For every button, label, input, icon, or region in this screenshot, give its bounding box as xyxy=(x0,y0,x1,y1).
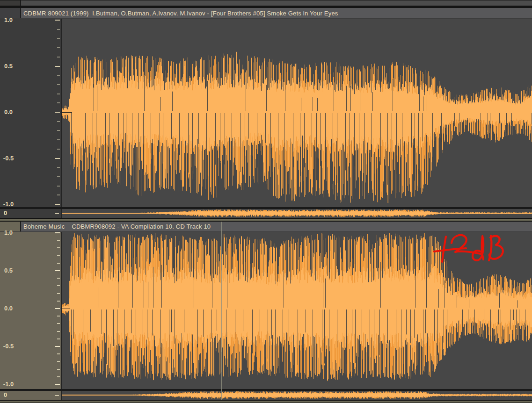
annotation-letter-d-stroke xyxy=(473,236,483,260)
annotation-plus-2db xyxy=(430,228,518,267)
ruler-minor-tick xyxy=(57,316,60,317)
track2-amplitude-ruler[interactable]: 1.00.50.0-0.5-1.0 xyxy=(0,232,62,389)
audio-editor-window: CDBMR 809021 (1999) I.Butman, O.Butman, … xyxy=(0,0,532,403)
ruler-minor-tick xyxy=(57,94,60,94)
ruler-label: 0.5 xyxy=(0,63,17,70)
ruler-minor-tick xyxy=(57,149,60,150)
ruler-minor-tick xyxy=(57,361,60,362)
ruler-label: 0.0 xyxy=(0,305,17,312)
ruler-label: 0.0 xyxy=(0,108,17,116)
track1-title: CDBMR 809021 (1999) I.Butman, O.Butman, … xyxy=(23,8,338,18)
track2-overview-row: 0 xyxy=(0,391,532,400)
ruler-major-tick xyxy=(55,232,60,233)
ruler-minor-tick xyxy=(57,369,60,370)
ruler-minor-tick xyxy=(57,84,60,85)
ruler-minor-tick xyxy=(57,130,60,131)
track2-title: Boheme Music – CDBMR908092 - VA Compilat… xyxy=(23,222,211,231)
playback-cursor[interactable] xyxy=(221,222,222,400)
ruler-minor-tick xyxy=(57,285,60,286)
ruler-minor-tick xyxy=(57,139,60,140)
ruler-minor-tick xyxy=(57,255,60,256)
ruler-minor-tick xyxy=(57,47,60,48)
ruler-label: -0.5 xyxy=(0,343,17,350)
ruler-major-tick xyxy=(55,204,60,205)
ruler-minor-tick xyxy=(57,323,60,324)
ruler-minor-tick xyxy=(57,376,60,377)
track1-overview-row: 0 xyxy=(0,209,532,218)
ruler-major-tick xyxy=(55,66,60,67)
ruler-major-tick xyxy=(55,308,60,309)
ruler-minor-tick xyxy=(57,240,60,241)
ruler-major-tick xyxy=(55,158,60,159)
track2-overview-ruler: 0 xyxy=(0,391,62,400)
ruler-major-tick xyxy=(55,270,60,271)
ruler-minor-tick xyxy=(57,263,60,264)
ruler-major-tick xyxy=(55,112,60,113)
ruler-major-tick xyxy=(55,346,60,347)
ruler-label: 1.0 xyxy=(0,229,17,237)
ruler-label: 1.0 xyxy=(0,16,17,24)
ruler-minor-tick xyxy=(57,29,60,30)
track1-main-area: 1.00.50.0-0.5-1.0 xyxy=(0,19,532,207)
ruler-minor-tick xyxy=(57,278,60,279)
ruler-label: 0.5 xyxy=(0,267,17,274)
track1-overview-waveform[interactable] xyxy=(62,209,532,218)
ruler-minor-tick xyxy=(57,102,60,103)
top-partial-strip xyxy=(0,0,532,6)
ruler-minor-tick xyxy=(57,247,60,248)
ruler-minor-tick xyxy=(57,176,60,177)
ruler-major-tick xyxy=(55,20,60,21)
ruler-major-tick xyxy=(55,384,60,385)
track1-overview-label: 0 xyxy=(4,209,7,216)
ruler-minor-tick xyxy=(57,186,60,187)
ruler-minor-tick xyxy=(57,121,60,122)
track1-overview-tick xyxy=(55,213,59,214)
track1-amplitude-ruler[interactable]: 1.00.50.0-0.5-1.0 xyxy=(0,19,62,207)
ruler-minor-tick xyxy=(57,353,60,354)
ruler-label: -0.5 xyxy=(0,155,17,162)
track2-overview-waveform[interactable] xyxy=(62,391,532,400)
track1-overview-ruler: 0 xyxy=(0,209,62,218)
ruler-label: -1.0 xyxy=(0,381,17,388)
track1-titlebar[interactable]: CDBMR 809021 (1999) I.Butman, O.Butman, … xyxy=(0,8,532,19)
ruler-minor-tick xyxy=(57,38,60,39)
ruler-minor-tick xyxy=(57,75,60,76)
ruler-minor-tick xyxy=(57,331,60,332)
ruler-minor-tick xyxy=(57,194,60,195)
track2-overview-tick xyxy=(55,395,59,396)
track2-overview-label: 0 xyxy=(4,391,7,398)
ruler-minor-tick xyxy=(57,338,60,339)
ruler-minor-tick xyxy=(57,167,60,168)
ruler-minor-tick xyxy=(57,301,60,302)
track1-waveform[interactable] xyxy=(62,19,532,207)
ruler-minor-tick xyxy=(57,57,60,58)
ruler-minor-tick xyxy=(57,293,60,294)
